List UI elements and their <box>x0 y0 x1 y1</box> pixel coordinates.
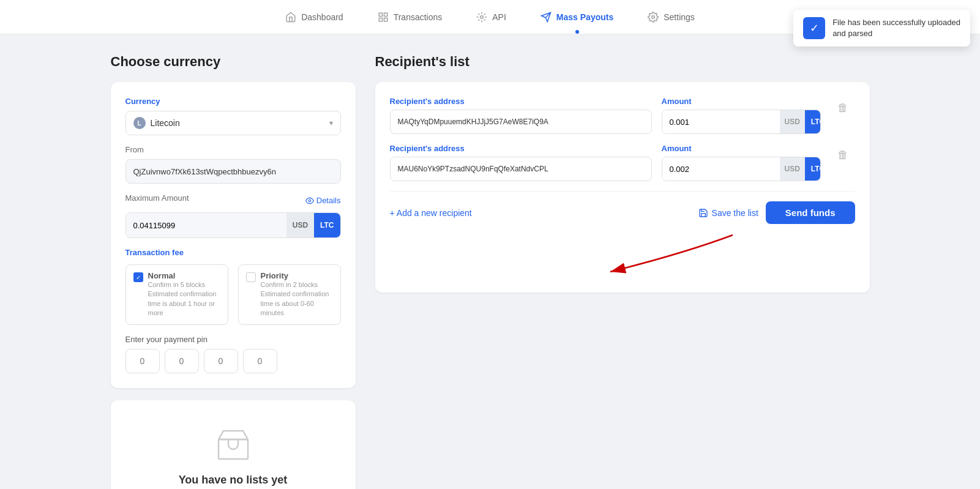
ltc-toggle-btn[interactable]: LTC <box>314 213 340 237</box>
save-icon <box>698 208 708 218</box>
from-input[interactable] <box>125 159 341 184</box>
nav-dashboard-label: Dashboard <box>301 12 343 22</box>
right-panel: Recipient's list Recipient's address Amo… <box>375 54 870 489</box>
nav-transactions-label: Transactions <box>394 12 443 22</box>
no-lists-card: You have no lists yet <box>111 400 356 489</box>
amount-input-2[interactable] <box>662 157 780 181</box>
arrow-svg <box>561 229 745 278</box>
svg-point-4 <box>481 15 484 18</box>
nav-settings-label: Settings <box>664 12 695 22</box>
amount-label-2: Amount <box>662 144 821 153</box>
toast-notification: ✓ File has been successfully uploaded an… <box>793 10 970 47</box>
gear-icon <box>648 12 659 23</box>
recipients-card: Recipient's address Amount USD LTC 🗑 <box>375 82 870 293</box>
amount-label-1: Amount <box>662 97 821 106</box>
currency-select[interactable]: L Litecoin ▾ <box>125 111 341 135</box>
details-link[interactable]: Details <box>305 196 341 205</box>
nav-settings[interactable]: Settings <box>645 12 697 23</box>
max-amount-label: Maximum Amount <box>125 193 189 203</box>
currency-select-wrapper[interactable]: L Litecoin ▾ <box>125 111 341 135</box>
fee-options: ✓ Normal Confirm in 5 blocks Estimated c… <box>125 264 341 325</box>
currency-value: Litecoin <box>151 118 180 128</box>
recipient-address-input-2[interactable] <box>390 157 652 181</box>
eye-icon <box>305 196 314 205</box>
bottom-actions: + Add a new recipient Save the list Send… <box>390 201 855 224</box>
recipients-list-title: Recipient's list <box>375 54 870 70</box>
max-amount-input[interactable] <box>126 213 286 237</box>
pin-input-2[interactable] <box>165 349 199 373</box>
usd-tag-2: USD <box>780 157 805 181</box>
amount-input-wrapper-1: USD LTC <box>662 110 821 134</box>
transactions-icon <box>378 12 389 23</box>
no-lists-text: You have no lists yet <box>179 474 288 487</box>
fee-normal-option[interactable]: ✓ Normal Confirm in 5 blocks Estimated c… <box>125 264 228 325</box>
nav-api[interactable]: API <box>474 12 509 23</box>
recipient-row-1: Recipient's address Amount USD LTC 🗑 <box>390 97 855 134</box>
recipient-address-label-1: Recipient's address <box>390 97 652 106</box>
fee-priority-name: Priority <box>261 271 333 280</box>
recipient-row-2: Recipient's address Amount USD LTC 🗑 <box>390 144 855 181</box>
nav-mass-payouts[interactable]: Mass Payouts <box>538 12 616 23</box>
send-funds-button[interactable]: Send funds <box>766 201 855 224</box>
svg-rect-1 <box>384 13 387 16</box>
recipient-address-input-1[interactable] <box>390 110 652 134</box>
arrow-annotation <box>390 229 855 278</box>
actions-divider <box>390 191 855 192</box>
nav-dashboard[interactable]: Dashboard <box>283 12 346 23</box>
usd-tag-1: USD <box>780 110 805 134</box>
pin-input-4[interactable] <box>243 349 277 373</box>
main-content: Choose currency Currency L Litecoin ▾ Fr… <box>62 34 919 489</box>
delete-row-2-icon[interactable]: 🗑 <box>837 149 848 162</box>
svg-point-5 <box>652 15 655 18</box>
fee-normal-checkbox[interactable]: ✓ <box>133 272 143 282</box>
nav-mass-payouts-label: Mass Payouts <box>556 12 613 22</box>
save-list-label: Save the list <box>712 208 758 218</box>
nav-api-label: API <box>492 12 506 22</box>
save-list-button[interactable]: Save the list <box>698 208 758 218</box>
recipient-address-label-2: Recipient's address <box>390 144 652 153</box>
tx-fee-label: Transaction fee <box>125 248 341 257</box>
fee-priority-desc: Confirm in 2 blocks Estimated confirmati… <box>261 280 333 318</box>
toast-check-icon: ✓ <box>803 17 825 39</box>
currency-card: Currency L Litecoin ▾ From Maximum Amoun… <box>111 82 356 388</box>
from-label: From <box>125 145 341 154</box>
max-amount-row: Maximum Amount Details <box>125 193 341 207</box>
choose-currency-title: Choose currency <box>111 54 356 70</box>
amount-input-1[interactable] <box>662 110 780 133</box>
add-recipient-button[interactable]: + Add a new recipient <box>390 208 472 218</box>
mass-payouts-icon <box>540 12 552 23</box>
amount-input-wrapper-2: USD LTC <box>662 157 821 181</box>
pin-label: Enter your payment pin <box>125 335 341 344</box>
details-label: Details <box>316 196 341 205</box>
empty-box-icon <box>214 425 253 464</box>
pin-inputs <box>125 349 341 373</box>
svg-rect-0 <box>379 13 382 16</box>
currency-toggle: USD LTC <box>286 213 340 237</box>
pin-input-3[interactable] <box>204 349 238 373</box>
fee-priority-checkbox[interactable] <box>246 272 256 282</box>
max-amount-input-wrapper: USD LTC <box>125 212 341 238</box>
litecoin-icon: L <box>133 117 146 129</box>
svg-point-6 <box>309 200 311 202</box>
usd-toggle-btn[interactable]: USD <box>286 213 314 237</box>
pin-input-1[interactable] <box>125 349 160 373</box>
ltc-tag-2: LTC <box>805 157 821 181</box>
nav-transactions[interactable]: Transactions <box>375 12 445 23</box>
home-icon <box>285 12 296 23</box>
fee-priority-option[interactable]: Priority Confirm in 2 blocks Estimated c… <box>238 264 341 325</box>
ltc-tag-1: LTC <box>805 110 821 134</box>
currency-label: Currency <box>125 97 341 106</box>
api-icon <box>476 12 487 23</box>
fee-normal-desc: Confirm in 5 blocks Estimated confirmati… <box>148 280 220 318</box>
svg-rect-2 <box>384 18 387 21</box>
fee-normal-name: Normal <box>148 271 220 280</box>
svg-rect-3 <box>379 18 382 21</box>
chevron-down-icon: ▾ <box>329 119 333 127</box>
toast-message: File has been successfully uploaded and … <box>832 17 960 39</box>
delete-row-1-icon[interactable]: 🗑 <box>837 102 848 114</box>
left-panel: Choose currency Currency L Litecoin ▾ Fr… <box>111 54 356 489</box>
